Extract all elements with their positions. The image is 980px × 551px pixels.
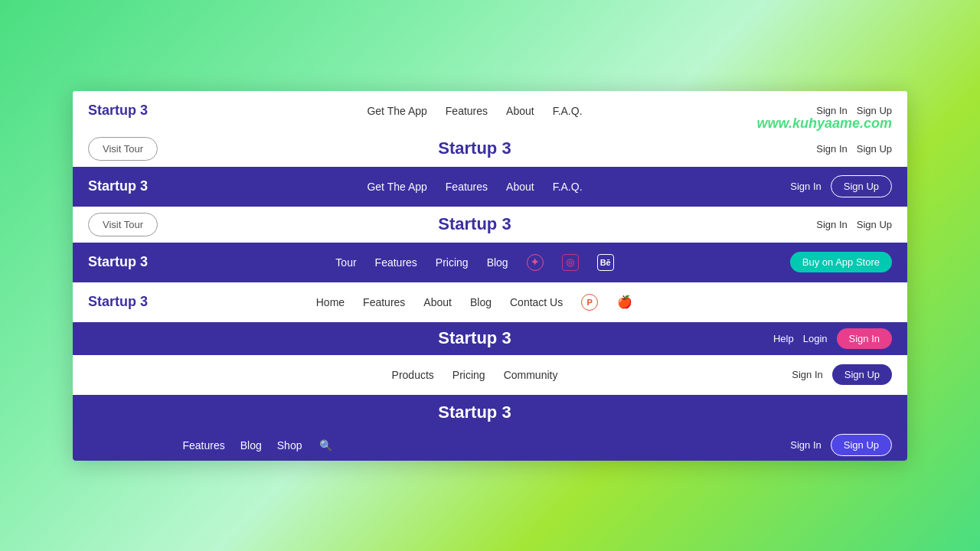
- strip3-login[interactable]: Login: [803, 333, 828, 344]
- strip2-visit-tour-btn[interactable]: Visit Tour: [88, 213, 158, 236]
- navbar-4: Startup 3 Home Features About Blog Conta…: [73, 282, 907, 322]
- strip3-actions: Help Login Sign In: [769, 328, 892, 349]
- buy-appstore-btn[interactable]: Buy on App Store: [790, 252, 892, 272]
- nav1-link-about[interactable]: About: [506, 105, 534, 117]
- nav3-link-features[interactable]: Features: [375, 256, 417, 269]
- nav2-signup-btn[interactable]: Sign Up: [831, 175, 892, 197]
- nav2-link-faq[interactable]: F.A.Q.: [553, 181, 583, 193]
- nav4-link-features[interactable]: Features: [363, 296, 405, 308]
- nav4-link-blog[interactable]: Blog: [470, 296, 492, 308]
- strip3-signin-btn[interactable]: Sign In: [837, 328, 892, 349]
- strip2-left: Visit Tour: [88, 213, 180, 236]
- strip2-actions: Sign In Sign Up: [769, 219, 892, 230]
- strip-4: Startup 3: [73, 395, 907, 430]
- nav2-logo: Startup 3: [88, 178, 180, 194]
- nav5-link-community[interactable]: Community: [504, 369, 558, 381]
- strip2-signin[interactable]: Sign In: [816, 219, 847, 230]
- nav3-actions: Buy on App Store: [769, 252, 892, 272]
- nav2-link-features[interactable]: Features: [446, 181, 488, 193]
- strip1-signin[interactable]: Sign In: [816, 143, 847, 155]
- nav-last-features[interactable]: Features: [183, 439, 225, 452]
- nav3-link-pricing[interactable]: Pricing: [436, 256, 469, 269]
- nav5-signin[interactable]: Sign In: [792, 369, 822, 380]
- nav3-link-tour[interactable]: Tour: [335, 256, 356, 269]
- nav1-link-getapp[interactable]: Get The App: [367, 105, 426, 117]
- nav-last-shop[interactable]: Shop: [277, 439, 302, 452]
- nav3-link-blog[interactable]: Blog: [487, 256, 508, 269]
- nav4-links: Home Features About Blog Contact Us P 🍎: [180, 294, 769, 311]
- nav4-link-home[interactable]: Home: [316, 296, 345, 308]
- nav3-logo: Startup 3: [88, 254, 180, 270]
- strip1-visit-tour-btn[interactable]: Visit Tour: [88, 137, 158, 161]
- strip2-title: Startup 3: [180, 214, 769, 234]
- strip3-help[interactable]: Help: [773, 333, 794, 344]
- nav5-link-pricing[interactable]: Pricing: [452, 369, 485, 381]
- nav-last-links: Features Blog Shop 🔍: [88, 437, 429, 454]
- strip4-title: Startup 3: [180, 403, 769, 422]
- apple-icon[interactable]: 🍎: [616, 294, 633, 311]
- strip1-actions: Sign In Sign Up: [769, 143, 892, 155]
- nav2-link-getapp[interactable]: Get The App: [367, 181, 426, 193]
- navbar-5: Products Pricing Community Sign In Sign …: [73, 355, 907, 395]
- product-hunt-icon[interactable]: P: [581, 294, 598, 311]
- nav5-link-products[interactable]: Products: [392, 369, 434, 381]
- nav1-link-faq[interactable]: F.A.Q.: [553, 105, 583, 117]
- nav-last-blog[interactable]: Blog: [240, 439, 262, 452]
- nav-last-signup-btn[interactable]: Sign Up: [831, 434, 892, 456]
- strip-1: Visit Tour Startup 3 Sign In Sign Up: [73, 131, 907, 167]
- nav4-link-about[interactable]: About: [423, 296, 452, 308]
- strip1-title: Startup 3: [180, 139, 769, 158]
- behance-icon[interactable]: Bē: [597, 254, 614, 271]
- search-icon[interactable]: 🔍: [317, 437, 334, 454]
- nav-last-signin[interactable]: Sign In: [790, 439, 821, 451]
- nav4-link-contactus[interactable]: Contact Us: [510, 296, 563, 308]
- nav2-links: Get The App Features About F.A.Q.: [180, 181, 769, 193]
- nav2-link-about[interactable]: About: [506, 181, 534, 193]
- strip-3: Startup 3 Help Login Sign In: [73, 322, 907, 355]
- nav3-links: Tour Features Pricing Blog ✦ ◎ Bē: [180, 254, 769, 271]
- nav1-logo: Startup 3: [88, 103, 180, 119]
- nav5-links: Products Pricing Community: [180, 369, 769, 381]
- nav4-logo: Startup 3: [88, 294, 180, 310]
- navbar-3: Startup 3 Tour Features Pricing Blog ✦ ◎…: [73, 243, 907, 282]
- dribbble-icon[interactable]: ✦: [527, 254, 544, 271]
- instagram-icon[interactable]: ◎: [562, 254, 579, 271]
- nav1-link-features[interactable]: Features: [446, 105, 488, 117]
- nav2-signin[interactable]: Sign In: [790, 181, 821, 192]
- nav5-signup-btn[interactable]: Sign Up: [832, 364, 892, 385]
- navbar-2: Startup 3 Get The App Features About F.A…: [73, 167, 907, 207]
- nav1-links: Get The App Features About F.A.Q.: [180, 105, 769, 117]
- strip-2: Visit Tour Startup 3 Sign In Sign Up: [73, 207, 907, 243]
- strip1-left: Visit Tour: [88, 137, 180, 161]
- strip2-signup[interactable]: Sign Up: [857, 219, 892, 230]
- nav2-actions: Sign In Sign Up: [769, 175, 892, 197]
- watermark: www.kuhyaame.com: [757, 116, 892, 132]
- nav-last-actions: Sign In Sign Up: [769, 434, 892, 456]
- nav5-actions: Sign In Sign Up: [769, 364, 892, 385]
- strip1-signup[interactable]: Sign Up: [857, 143, 892, 155]
- strip3-title: Startup 3: [180, 328, 769, 348]
- navbar-last: Features Blog Shop 🔍 Sign In Sign Up: [73, 430, 907, 461]
